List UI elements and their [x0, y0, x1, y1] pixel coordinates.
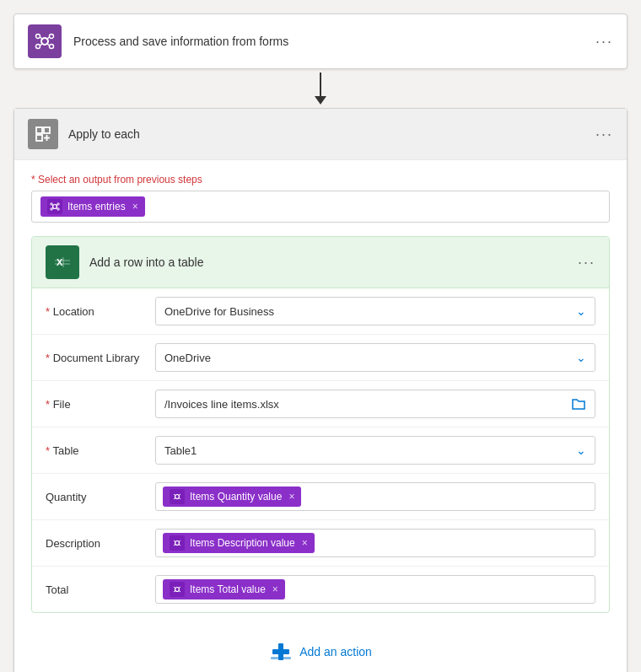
form-row-document-library: Document Library OneDrive ⌄: [32, 335, 609, 381]
add-row-body: Location OneDrive for Business ⌄ Documen…: [32, 288, 609, 612]
file-value: /Invoices line items.xlsx: [164, 398, 279, 411]
apply-each-title: Apply to each: [68, 127, 595, 141]
svg-point-17: [51, 208, 52, 210]
page-container: Process and save information from forms …: [13, 13, 628, 672]
svg-line-35: [179, 540, 180, 542]
form-row-table: Table Table1 ⌄: [32, 427, 609, 474]
add-action-container: Add an action: [31, 633, 610, 670]
svg-line-37: [179, 544, 180, 546]
quantity-tag[interactable]: Items Quantity value ×: [163, 487, 301, 507]
items-entries-remove[interactable]: ×: [132, 201, 138, 212]
trigger-title: Process and save information from forms: [73, 35, 595, 48]
svg-point-15: [51, 203, 52, 205]
svg-line-29: [174, 494, 175, 496]
svg-line-31: [174, 497, 175, 499]
label-total: Total: [46, 583, 155, 596]
tag-icon: [47, 199, 62, 214]
label-table: Table: [46, 444, 155, 457]
svg-line-42: [179, 590, 180, 592]
excel-icon-box: X: [46, 245, 79, 279]
svg-rect-10: [44, 127, 50, 133]
quantity-tag-icon: [170, 489, 185, 504]
input-file[interactable]: /Invoices line items.xlsx: [155, 390, 595, 418]
apply-each-body: * Select an output from previous steps: [14, 160, 627, 672]
label-description: Description: [46, 537, 155, 550]
form-row-quantity: Quantity: [32, 474, 609, 520]
items-entries-label: Items entries: [67, 201, 126, 212]
quantity-tag-label: Items Quantity value: [190, 491, 282, 503]
trigger-card: Process and save information from forms …: [13, 13, 628, 69]
arrow-head-1: [315, 96, 326, 105]
svg-point-3: [36, 45, 40, 49]
location-value: OneDrive for Business: [164, 305, 274, 318]
total-tag-remove[interactable]: ×: [272, 583, 278, 595]
arrow-connector-1: [315, 73, 326, 105]
input-location[interactable]: OneDrive for Business ⌄: [155, 297, 595, 325]
add-row-title: Add a row into a table: [89, 255, 578, 269]
svg-point-2: [50, 35, 54, 39]
form-row-location: Location OneDrive for Business ⌄: [32, 288, 609, 335]
location-dropdown-arrow: ⌄: [576, 304, 586, 318]
add-action-icon: [269, 640, 293, 664]
description-tag-icon: [170, 535, 185, 551]
svg-rect-11: [36, 135, 42, 141]
apply-each-icon-box: [28, 119, 58, 149]
svg-line-32: [179, 497, 180, 499]
total-tag-icon: [170, 582, 185, 597]
input-document-library[interactable]: OneDrive ⌄: [155, 343, 595, 372]
input-table[interactable]: Table1 ⌄: [155, 436, 595, 465]
table-dropdown-arrow: ⌄: [576, 444, 586, 457]
svg-line-40: [179, 587, 180, 589]
items-entries-tag[interactable]: Items entries ×: [40, 196, 145, 217]
description-tag-label: Items Description value: [190, 537, 295, 549]
add-action-svg: [269, 640, 293, 664]
input-total[interactable]: Items Total value ×: [155, 575, 595, 604]
apply-each-icon: [34, 125, 52, 143]
input-quantity[interactable]: Items Quantity value ×: [155, 482, 595, 511]
form-row-description: Description: [32, 520, 609, 567]
folder-icon: [571, 396, 586, 411]
add-action-label: Add an action: [299, 645, 372, 659]
document-library-dropdown-arrow: ⌄: [576, 351, 586, 364]
svg-point-16: [57, 203, 59, 205]
add-row-header: X Add a row into a table ···: [32, 237, 609, 288]
quantity-tag-remove[interactable]: ×: [288, 491, 294, 503]
label-document-library: Document Library: [46, 352, 155, 364]
tag-flow-icon: [50, 202, 60, 212]
description-tag[interactable]: Items Description value ×: [163, 533, 315, 553]
input-description[interactable]: Items Description value ×: [155, 529, 595, 557]
apply-each-more-button[interactable]: ···: [595, 126, 613, 143]
svg-point-1: [36, 35, 40, 39]
svg-line-41: [174, 590, 175, 592]
svg-line-30: [179, 494, 180, 496]
svg-rect-9: [36, 127, 42, 133]
apply-each-container: Apply to each ··· * Select an output fro…: [13, 108, 628, 672]
total-tag[interactable]: Items Total value ×: [163, 579, 285, 599]
arrow-line-1: [320, 73, 321, 96]
trigger-icon: [35, 31, 55, 51]
excel-icon: X: [52, 252, 73, 272]
svg-line-36: [174, 544, 175, 546]
form-row-file: File /Invoices line items.xlsx: [32, 381, 609, 427]
form-row-total: Total: [32, 567, 609, 612]
description-tag-remove[interactable]: ×: [302, 537, 308, 549]
document-library-value: OneDrive: [164, 352, 211, 364]
svg-line-34: [174, 540, 175, 542]
total-tag-label: Items Total value: [190, 583, 266, 595]
add-action-button[interactable]: Add an action: [256, 633, 385, 670]
trigger-icon-box: [28, 24, 62, 58]
svg-point-4: [50, 45, 54, 49]
svg-text:X: X: [57, 257, 63, 267]
label-quantity: Quantity: [46, 491, 155, 503]
select-output-label: * Select an output from previous steps: [31, 174, 610, 185]
output-input-box[interactable]: Items entries ×: [31, 191, 610, 223]
table-value: Table1: [164, 444, 197, 457]
file-picker-icon[interactable]: [571, 396, 586, 411]
label-location: Location: [46, 305, 155, 318]
apply-each-header: Apply to each ···: [14, 109, 627, 160]
add-row-more-button[interactable]: ···: [578, 254, 595, 271]
add-row-card: X Add a row into a table ··· Location: [31, 236, 610, 613]
trigger-more-button[interactable]: ···: [595, 33, 613, 51]
svg-rect-45: [271, 657, 291, 659]
svg-line-39: [174, 587, 175, 589]
